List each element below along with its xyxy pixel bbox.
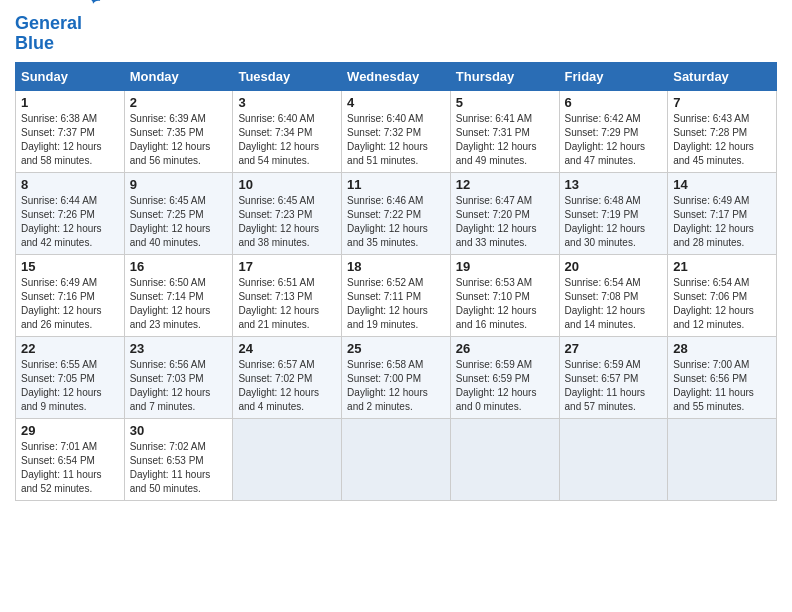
- day-number: 11: [347, 177, 445, 192]
- calendar-cell: 8Sunrise: 6:44 AM Sunset: 7:26 PM Daylig…: [16, 172, 125, 254]
- header-wednesday: Wednesday: [342, 62, 451, 90]
- day-number: 5: [456, 95, 554, 110]
- day-info: Sunrise: 6:50 AM Sunset: 7:14 PM Dayligh…: [130, 276, 228, 332]
- day-info: Sunrise: 6:46 AM Sunset: 7:22 PM Dayligh…: [347, 194, 445, 250]
- calendar-cell: [450, 418, 559, 500]
- calendar-header-row: SundayMondayTuesdayWednesdayThursdayFrid…: [16, 62, 777, 90]
- calendar-week-4: 22Sunrise: 6:55 AM Sunset: 7:05 PM Dayli…: [16, 336, 777, 418]
- day-info: Sunrise: 6:43 AM Sunset: 7:28 PM Dayligh…: [673, 112, 771, 168]
- calendar-cell: [668, 418, 777, 500]
- calendar-week-5: 29Sunrise: 7:01 AM Sunset: 6:54 PM Dayli…: [16, 418, 777, 500]
- day-number: 3: [238, 95, 336, 110]
- day-info: Sunrise: 6:49 AM Sunset: 7:17 PM Dayligh…: [673, 194, 771, 250]
- calendar-week-1: 1Sunrise: 6:38 AM Sunset: 7:37 PM Daylig…: [16, 90, 777, 172]
- day-info: Sunrise: 7:02 AM Sunset: 6:53 PM Dayligh…: [130, 440, 228, 496]
- calendar-cell: 17Sunrise: 6:51 AM Sunset: 7:13 PM Dayli…: [233, 254, 342, 336]
- calendar-cell: 26Sunrise: 6:59 AM Sunset: 6:59 PM Dayli…: [450, 336, 559, 418]
- day-number: 9: [130, 177, 228, 192]
- calendar-cell: 19Sunrise: 6:53 AM Sunset: 7:10 PM Dayli…: [450, 254, 559, 336]
- calendar-cell: 9Sunrise: 6:45 AM Sunset: 7:25 PM Daylig…: [124, 172, 233, 254]
- day-info: Sunrise: 6:49 AM Sunset: 7:16 PM Dayligh…: [21, 276, 119, 332]
- calendar-cell: 22Sunrise: 6:55 AM Sunset: 7:05 PM Dayli…: [16, 336, 125, 418]
- calendar-cell: 27Sunrise: 6:59 AM Sunset: 6:57 PM Dayli…: [559, 336, 668, 418]
- day-number: 8: [21, 177, 119, 192]
- day-info: Sunrise: 6:41 AM Sunset: 7:31 PM Dayligh…: [456, 112, 554, 168]
- day-number: 24: [238, 341, 336, 356]
- calendar-cell: [233, 418, 342, 500]
- day-number: 1: [21, 95, 119, 110]
- calendar-cell: 25Sunrise: 6:58 AM Sunset: 7:00 PM Dayli…: [342, 336, 451, 418]
- day-number: 17: [238, 259, 336, 274]
- calendar-cell: 5Sunrise: 6:41 AM Sunset: 7:31 PM Daylig…: [450, 90, 559, 172]
- day-number: 19: [456, 259, 554, 274]
- calendar-cell: 15Sunrise: 6:49 AM Sunset: 7:16 PM Dayli…: [16, 254, 125, 336]
- day-info: Sunrise: 6:55 AM Sunset: 7:05 PM Dayligh…: [21, 358, 119, 414]
- calendar-cell: 13Sunrise: 6:48 AM Sunset: 7:19 PM Dayli…: [559, 172, 668, 254]
- logo-general: General: [15, 13, 82, 33]
- day-info: Sunrise: 6:45 AM Sunset: 7:25 PM Dayligh…: [130, 194, 228, 250]
- calendar-cell: 6Sunrise: 6:42 AM Sunset: 7:29 PM Daylig…: [559, 90, 668, 172]
- day-number: 28: [673, 341, 771, 356]
- day-info: Sunrise: 6:52 AM Sunset: 7:11 PM Dayligh…: [347, 276, 445, 332]
- logo-bird-icon: [84, 0, 102, 10]
- day-info: Sunrise: 6:40 AM Sunset: 7:34 PM Dayligh…: [238, 112, 336, 168]
- day-number: 29: [21, 423, 119, 438]
- day-info: Sunrise: 6:54 AM Sunset: 7:08 PM Dayligh…: [565, 276, 663, 332]
- day-info: Sunrise: 6:59 AM Sunset: 6:59 PM Dayligh…: [456, 358, 554, 414]
- day-info: Sunrise: 6:54 AM Sunset: 7:06 PM Dayligh…: [673, 276, 771, 332]
- day-info: Sunrise: 6:42 AM Sunset: 7:29 PM Dayligh…: [565, 112, 663, 168]
- header-monday: Monday: [124, 62, 233, 90]
- calendar-cell: 21Sunrise: 6:54 AM Sunset: 7:06 PM Dayli…: [668, 254, 777, 336]
- day-info: Sunrise: 7:00 AM Sunset: 6:56 PM Dayligh…: [673, 358, 771, 414]
- day-number: 13: [565, 177, 663, 192]
- day-info: Sunrise: 6:48 AM Sunset: 7:19 PM Dayligh…: [565, 194, 663, 250]
- day-info: Sunrise: 6:40 AM Sunset: 7:32 PM Dayligh…: [347, 112, 445, 168]
- day-number: 23: [130, 341, 228, 356]
- day-number: 16: [130, 259, 228, 274]
- day-number: 27: [565, 341, 663, 356]
- calendar-table: SundayMondayTuesdayWednesdayThursdayFrid…: [15, 62, 777, 501]
- calendar-cell: 7Sunrise: 6:43 AM Sunset: 7:28 PM Daylig…: [668, 90, 777, 172]
- header-tuesday: Tuesday: [233, 62, 342, 90]
- day-number: 6: [565, 95, 663, 110]
- calendar-week-3: 15Sunrise: 6:49 AM Sunset: 7:16 PM Dayli…: [16, 254, 777, 336]
- day-info: Sunrise: 6:45 AM Sunset: 7:23 PM Dayligh…: [238, 194, 336, 250]
- day-info: Sunrise: 6:38 AM Sunset: 7:37 PM Dayligh…: [21, 112, 119, 168]
- calendar-cell: 14Sunrise: 6:49 AM Sunset: 7:17 PM Dayli…: [668, 172, 777, 254]
- calendar-cell: 29Sunrise: 7:01 AM Sunset: 6:54 PM Dayli…: [16, 418, 125, 500]
- calendar-cell: 24Sunrise: 6:57 AM Sunset: 7:02 PM Dayli…: [233, 336, 342, 418]
- day-number: 12: [456, 177, 554, 192]
- day-number: 2: [130, 95, 228, 110]
- day-number: 4: [347, 95, 445, 110]
- day-info: Sunrise: 6:59 AM Sunset: 6:57 PM Dayligh…: [565, 358, 663, 414]
- day-number: 7: [673, 95, 771, 110]
- day-number: 22: [21, 341, 119, 356]
- header-sunday: Sunday: [16, 62, 125, 90]
- day-info: Sunrise: 6:57 AM Sunset: 7:02 PM Dayligh…: [238, 358, 336, 414]
- calendar-cell: 12Sunrise: 6:47 AM Sunset: 7:20 PM Dayli…: [450, 172, 559, 254]
- calendar-cell: 18Sunrise: 6:52 AM Sunset: 7:11 PM Dayli…: [342, 254, 451, 336]
- day-number: 26: [456, 341, 554, 356]
- day-number: 21: [673, 259, 771, 274]
- day-info: Sunrise: 6:51 AM Sunset: 7:13 PM Dayligh…: [238, 276, 336, 332]
- header-friday: Friday: [559, 62, 668, 90]
- day-number: 30: [130, 423, 228, 438]
- header-saturday: Saturday: [668, 62, 777, 90]
- calendar-cell: 16Sunrise: 6:50 AM Sunset: 7:14 PM Dayli…: [124, 254, 233, 336]
- day-info: Sunrise: 6:56 AM Sunset: 7:03 PM Dayligh…: [130, 358, 228, 414]
- calendar-cell: 3Sunrise: 6:40 AM Sunset: 7:34 PM Daylig…: [233, 90, 342, 172]
- calendar-cell: 28Sunrise: 7:00 AM Sunset: 6:56 PM Dayli…: [668, 336, 777, 418]
- day-info: Sunrise: 6:44 AM Sunset: 7:26 PM Dayligh…: [21, 194, 119, 250]
- day-number: 10: [238, 177, 336, 192]
- logo-blue: Blue: [15, 33, 54, 53]
- calendar-cell: [559, 418, 668, 500]
- calendar-cell: 23Sunrise: 6:56 AM Sunset: 7:03 PM Dayli…: [124, 336, 233, 418]
- day-info: Sunrise: 7:01 AM Sunset: 6:54 PM Dayligh…: [21, 440, 119, 496]
- calendar-cell: 2Sunrise: 6:39 AM Sunset: 7:35 PM Daylig…: [124, 90, 233, 172]
- day-info: Sunrise: 6:58 AM Sunset: 7:00 PM Dayligh…: [347, 358, 445, 414]
- header-thursday: Thursday: [450, 62, 559, 90]
- calendar-cell: 10Sunrise: 6:45 AM Sunset: 7:23 PM Dayli…: [233, 172, 342, 254]
- calendar-cell: 4Sunrise: 6:40 AM Sunset: 7:32 PM Daylig…: [342, 90, 451, 172]
- day-number: 14: [673, 177, 771, 192]
- day-number: 20: [565, 259, 663, 274]
